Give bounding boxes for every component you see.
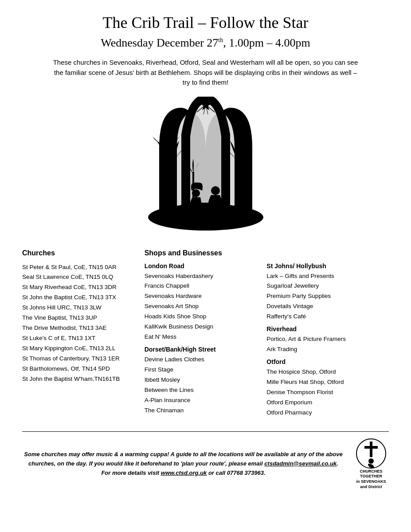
list-item: St Peter & St Paul, CoE, TN15 0AR bbox=[22, 262, 140, 273]
ctsd-logo bbox=[356, 438, 387, 469]
list-item: Ark Trading bbox=[266, 344, 384, 355]
svg-point-13 bbox=[203, 204, 209, 211]
svg-point-26 bbox=[171, 210, 175, 215]
svg-point-30 bbox=[237, 210, 242, 215]
footer-email[interactable]: ctsdadmin@sevmail.co.uk bbox=[264, 460, 337, 467]
svg-point-38 bbox=[368, 458, 374, 464]
svg-rect-28 bbox=[241, 215, 243, 220]
event-description: These churches in Sevenoaks, Riverhead, … bbox=[51, 58, 361, 88]
section-subtitle: Riverhead bbox=[266, 325, 384, 332]
right-sections-list: St Johns/ HollybushLark – Gifts and Pres… bbox=[266, 249, 384, 418]
shops-sections-list: London RoadSevenoaks HaberdasheryFrancis… bbox=[145, 262, 262, 416]
footer-section: Some churches may offer music & a warmin… bbox=[22, 431, 389, 490]
svg-rect-36 bbox=[370, 442, 372, 457]
list-item: Otford Emporium bbox=[266, 398, 384, 408]
list-item: Premium Party Supplies bbox=[266, 291, 384, 301]
list-item: Portico, Art & Picture Framers bbox=[266, 334, 384, 344]
svg-point-22 bbox=[219, 204, 226, 211]
list-item: St Mary Riverhead CoE, TN13 3DR bbox=[22, 282, 140, 293]
list-item: Rafferty's Café bbox=[266, 312, 384, 322]
list-item: The Vine Baptist, TN13 3UP bbox=[22, 313, 140, 323]
list-item: Between the Lines bbox=[145, 385, 262, 395]
svg-rect-29 bbox=[244, 215, 246, 220]
svg-rect-20 bbox=[224, 211, 226, 219]
list-item: Mille Fleurs Hat Shop, Otford bbox=[266, 377, 384, 387]
churches-title: Churches bbox=[22, 249, 140, 257]
churches-list: St Peter & St Paul, CoE, TN15 0ARSeal St… bbox=[22, 262, 140, 384]
nativity-image bbox=[22, 97, 389, 236]
list-item: St Mary Kippington CoE, TN13 2LL bbox=[22, 344, 140, 354]
list-item: Eat N' Mess bbox=[145, 332, 262, 342]
list-item: St John the Baptist W'ham,TN161TB bbox=[22, 374, 140, 384]
list-item: Sugarloaf Jewellery bbox=[266, 281, 384, 291]
svg-rect-17 bbox=[184, 211, 186, 219]
nativity-svg bbox=[135, 97, 277, 234]
list-item: First Stage bbox=[145, 365, 262, 375]
listings-section: Churches St Peter & St Paul, CoE, TN15 0… bbox=[22, 249, 389, 418]
shops-column: Shops and Businesses London RoadSevenoak… bbox=[145, 249, 267, 416]
section-subtitle: London Road bbox=[145, 262, 262, 270]
list-item: The Chinaman bbox=[145, 406, 262, 416]
footer-note-text: Some churches may offer music & a warmin… bbox=[24, 451, 342, 476]
list-item: St Bartholomews, Otf, TN14 5PD bbox=[22, 364, 140, 374]
section-subtitle: Dorset/Bank/High Street bbox=[145, 346, 262, 353]
churches-column: Churches St Peter & St Paul, CoE, TN15 0… bbox=[22, 249, 145, 384]
right-column: St Johns/ HollybushLark – Gifts and Pres… bbox=[266, 249, 389, 418]
list-item: KallKwik Business Design bbox=[145, 322, 262, 332]
list-item: Sevenoaks Haberdashery bbox=[145, 271, 262, 282]
list-item: Lark – Gifts and Presents bbox=[266, 271, 384, 282]
section-subtitle: St Johns/ Hollybush bbox=[266, 262, 384, 270]
right-col-spacer bbox=[266, 249, 384, 257]
list-item: St John the Baptist CoE, TN13 3TX bbox=[22, 293, 140, 303]
list-item: Sevenoaks Hardware bbox=[145, 291, 262, 301]
page-title: The Crib Trail – Follow the Star bbox=[22, 13, 389, 32]
list-item: St Johns Hill URC, TN13 3LW bbox=[22, 303, 140, 313]
list-item: Ibbett Mosley bbox=[145, 375, 262, 385]
list-item: The Drive Methodist, TN13 3AE bbox=[22, 323, 140, 333]
svg-rect-37 bbox=[364, 446, 378, 449]
list-item: Dovetails Vintage bbox=[266, 301, 384, 312]
list-item: The Hospice Shop, Otford bbox=[266, 367, 384, 377]
list-item: Devine Ladies Clothes bbox=[145, 355, 262, 365]
svg-point-9 bbox=[192, 189, 200, 197]
footer-phone: 07768 373963 bbox=[227, 469, 264, 476]
svg-rect-25 bbox=[170, 215, 172, 220]
list-item: St Thomas of Canterbury, TN13 1ER bbox=[22, 354, 140, 364]
list-item: Sevenoaks Art Shop bbox=[145, 301, 262, 312]
list-item: Hoads Kids Shoe Shop bbox=[145, 312, 262, 322]
svg-rect-16 bbox=[181, 211, 183, 219]
svg-point-18 bbox=[186, 204, 193, 211]
svg-point-10 bbox=[211, 186, 220, 195]
list-item: A-Plan Insurance bbox=[145, 395, 262, 406]
shops-title: Shops and Businesses bbox=[145, 249, 262, 257]
event-subtitle: Wednesday December 27th, 1.00pm – 4.00pm bbox=[22, 36, 389, 50]
svg-rect-24 bbox=[168, 215, 169, 220]
logo-area: CHURCHESTOGETHERin SEVENOAKSand District bbox=[353, 438, 389, 490]
svg-point-8 bbox=[163, 135, 170, 142]
section-subtitle: Otford bbox=[266, 358, 384, 365]
svg-rect-21 bbox=[228, 211, 230, 219]
list-item: Otford Pharmacy bbox=[266, 408, 384, 418]
list-item: St Luke's C of E, TN13 1XT bbox=[22, 333, 140, 344]
footer-website[interactable]: www.ctsd.org.uk bbox=[161, 469, 207, 476]
list-item: Seal St Lawrence CoE, TN15 0LQ bbox=[22, 272, 140, 282]
logo-text: CHURCHESTOGETHERin SEVENOAKSand District bbox=[356, 469, 386, 490]
list-item: Francis Chappell bbox=[145, 281, 262, 291]
footer-text: Some churches may offer music & a warmin… bbox=[22, 450, 344, 477]
list-item: Denise Thompson Florist bbox=[266, 387, 384, 398]
event-date: Wednesday December 27th, 1.00pm – 4.00pm bbox=[101, 36, 310, 49]
